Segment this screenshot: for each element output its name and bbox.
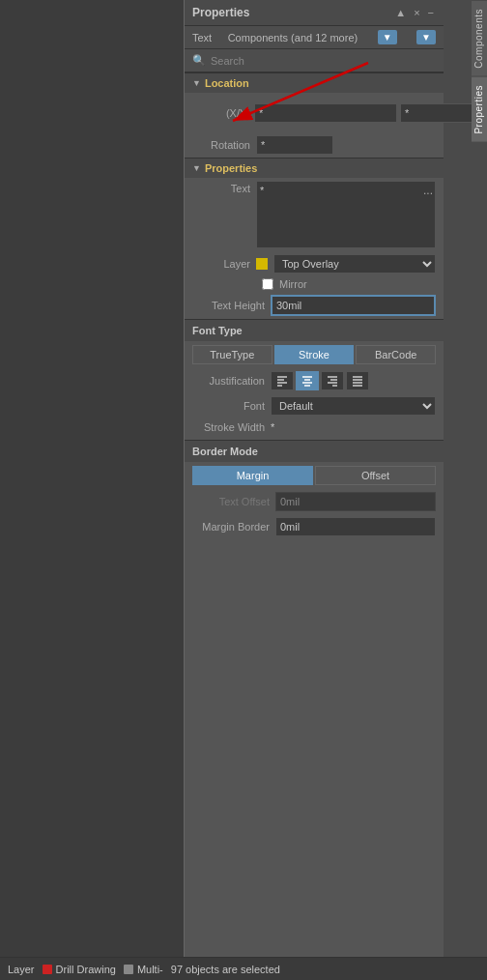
drill-drawing-dot [43,965,52,974]
font-tab-truetype[interactable]: TrueType [192,345,272,364]
font-tab-stroke[interactable]: Stroke [274,345,355,364]
font-row: Font Default Arial [185,393,444,418]
text-value: * [260,185,264,196]
justification-label: Justification [192,375,265,387]
text-height-input[interactable] [271,295,436,316]
multi-dot [124,965,133,974]
text-offset-label: Text Offset [192,496,270,507]
justification-buttons [271,371,369,390]
status-multi-item: Multi- [124,964,163,975]
stroke-width-label: Stroke Width [192,421,265,433]
text-more-button[interactable]: ... [423,184,433,197]
properties-section-title: Properties [205,162,257,174]
mirror-checkbox[interactable] [262,278,273,290]
xy-row: (X/Y) 🔒 [185,93,444,132]
margin-border-label: Margin Border [192,521,270,533]
font-type-title: Font Type [192,325,243,336]
status-drill-label: Drill Drawing [56,964,116,975]
text-offset-input[interactable] [275,492,436,511]
pin-button[interactable]: ▲ [393,7,408,18]
tab-components-label: Components [473,9,484,69]
layer-label: Layer [192,258,250,270]
text-content-area[interactable]: * ... [256,181,436,248]
properties-collapse-arrow[interactable]: ▼ [192,163,201,173]
header-controls: ▲ × − [393,7,436,18]
border-mode-header: Border Mode [185,440,444,462]
layer-color-indicator [256,258,268,270]
font-type-header: Font Type [185,319,444,341]
rotation-input[interactable] [256,135,333,155]
close-button[interactable]: − [426,7,436,18]
status-layer-label: Layer [8,964,35,975]
border-mode-title: Border Mode [192,446,258,457]
location-collapse-arrow[interactable]: ▼ [192,78,201,88]
search-icon: 🔍 [192,54,206,67]
tab-strip: Components Properties [472,0,487,957]
panel-title: Properties [192,6,249,19]
tab-components[interactable]: Components [472,0,487,76]
text-prop-row: Text * ... [185,178,444,251]
border-tab-offset[interactable]: Offset [315,466,436,485]
properties-panel: Properties ▲ × − Text Components (and 12… [184,0,444,957]
text-label: Text [192,181,250,194]
filter-row: Text Components (and 12 more) ▼ ▼ [185,26,444,49]
panel-header: Properties ▲ × − [185,0,444,26]
filter-dropdown-btn[interactable]: ▼ [416,30,436,44]
float-button[interactable]: × [412,7,421,18]
tab-properties-label: Properties [473,85,484,134]
rotation-label: Rotation [192,139,250,151]
text-height-label: Text Height [192,300,265,311]
search-input[interactable] [211,55,436,67]
status-bar: Layer Drill Drawing Multi- 97 objects ar… [0,957,487,980]
status-multi-label: Multi- [137,964,163,975]
filter-text-label: Text [192,32,212,43]
font-tab-barcode[interactable]: BarCode [356,345,436,364]
border-tab-margin[interactable]: Margin [192,466,313,485]
properties-section-header: ▼ Properties [185,158,444,178]
margin-border-input[interactable] [275,517,436,536]
text-height-row: Text Height [185,292,444,319]
search-bar: 🔍 [185,49,444,72]
mirror-label: Mirror [279,278,307,290]
layer-select[interactable]: Top Overlay Bottom Overlay Top Solder [273,254,436,274]
rotation-row: Rotation [185,132,444,158]
justify-right-button[interactable] [321,371,344,390]
x-input[interactable] [254,103,397,123]
font-select[interactable]: Default Arial [271,396,436,416]
tab-properties[interactable]: Properties [472,76,487,142]
font-label: Font [192,400,265,412]
status-selected-text: 97 objects are selected [171,964,280,975]
layer-row: Layer Top Overlay Bottom Overlay Top Sol… [185,251,444,276]
justify-full-button[interactable] [346,371,369,390]
filter-button[interactable]: ▼ [378,30,397,44]
text-offset-row: Text Offset [185,489,444,514]
stroke-width-row: Stroke Width * [185,418,444,436]
location-title: Location [205,77,249,89]
location-section-header: ▼ Location [185,72,444,93]
justify-left-button[interactable] [271,371,294,390]
stroke-width-value: * [271,421,274,433]
status-layer-item: Layer [8,964,35,975]
margin-border-row: Margin Border [185,514,444,539]
filter-components-label: Components (and 12 more) [228,32,358,43]
border-mode-tabs: Margin Offset [185,462,444,489]
status-drill-item: Drill Drawing [43,964,116,975]
xy-label: (X/Y) [192,107,250,119]
justification-row: Justification [185,368,444,393]
mirror-row: Mirror [185,276,444,292]
xy-inputs [254,103,487,123]
justify-center-button[interactable] [296,371,319,390]
font-type-tabs: TrueType Stroke BarCode [185,341,444,368]
left-workspace [0,0,184,957]
